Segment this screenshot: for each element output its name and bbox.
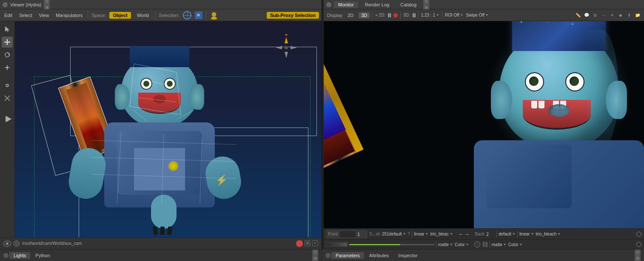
monitor-footer-max-icon[interactable]: ⊞	[635, 255, 641, 261]
svg-marker-17	[285, 37, 288, 43]
btn-3d[interactable]: 3D	[359, 12, 370, 18]
extra-tool-btn[interactable]	[2, 93, 13, 104]
claw2	[160, 227, 165, 235]
viewer-close-btn[interactable]	[3, 2, 8, 7]
swipe-control[interactable]: Swipe Off ▼	[466, 13, 489, 17]
roi-label: ROI Off	[445, 13, 459, 17]
monitor-close-btn[interactable]	[326, 2, 331, 7]
viewer-bottom-bar: /root/world/cam/World/aux_cam ⊞ +	[0, 237, 322, 249]
badge	[168, 161, 179, 171]
edit-menu-btn[interactable]: Edit	[3, 12, 14, 19]
shader-name-dropdown[interactable]: trio_bleac ▼	[430, 232, 453, 236]
svg-point-21	[285, 46, 288, 49]
star-icon[interactable]: ✦	[609, 12, 615, 18]
pencil-icon[interactable]: ✏️	[575, 12, 581, 18]
attributes-tab[interactable]: Attributes	[365, 252, 393, 259]
manipulators-menu-btn[interactable]: Manipulators	[54, 12, 84, 19]
wipe-arrows[interactable]: ←→	[458, 231, 470, 238]
tools-sidebar	[0, 21, 15, 237]
matte-dropdown[interactable]: matte ▼	[438, 242, 453, 247]
pivot-tool-btn[interactable]	[2, 80, 13, 91]
snap-icon[interactable]: +	[312, 240, 318, 246]
upload-icon[interactable]: ⬆	[626, 12, 632, 18]
python-tab[interactable]: Python	[31, 252, 54, 259]
footer-min-icon[interactable]: ⊡	[312, 250, 318, 255]
color2-dropdown[interactable]: Color ▼	[508, 242, 523, 247]
2d-pause-btn[interactable]	[388, 13, 391, 17]
settings-icon2[interactable]	[636, 242, 641, 247]
move-tool-btn[interactable]	[2, 37, 13, 48]
btn-2d[interactable]: 2D	[345, 12, 356, 18]
diamond-icon[interactable]: ◆	[618, 12, 624, 18]
monitor-tab-monitor[interactable]: Monitor	[334, 1, 358, 8]
roi-control[interactable]: ROI Off ▼	[445, 13, 464, 17]
sep-bot2	[496, 231, 497, 238]
matte-arrow: ▼	[450, 243, 453, 247]
scale-tool-btn[interactable]	[2, 62, 13, 73]
3d-pause-btn[interactable]	[413, 13, 416, 17]
view-menu-btn[interactable]: View	[37, 12, 51, 19]
folder-icon[interactable]: 📁	[635, 12, 641, 18]
default-dropdown[interactable]: default ▼	[499, 232, 516, 236]
chain-link-icon[interactable]: ⛓	[482, 241, 488, 248]
visibility-toggle-btn[interactable]	[3, 241, 11, 247]
left-arm	[66, 145, 108, 201]
zoom-control[interactable]: 1.23 : 1 ▼	[421, 13, 439, 17]
sparkle3	[572, 23, 573, 25]
color-dropdown[interactable]: Color ▼	[455, 242, 469, 247]
settings-icon[interactable]	[636, 232, 641, 237]
monitor-tab-catalog[interactable]: Catalog	[396, 1, 421, 8]
troll-head	[121, 54, 198, 127]
separator-2	[155, 11, 155, 19]
monitor-bottom-row2: matte ▼ Color ▼ ? ⛓ matte ▼	[324, 240, 644, 249]
viewer-minimize-icon[interactable]: ⊡	[44, 0, 50, 5]
svg-marker-18	[285, 52, 288, 58]
shader-dropdown-arrow: ▼	[403, 232, 406, 236]
svg-marker-6	[4, 41, 6, 43]
sub-proxy-btn[interactable]: Sub-Proxy Selection	[267, 12, 319, 19]
matte2-dropdown[interactable]: matte ▼	[492, 242, 507, 247]
viewport-3d[interactable]: ⚡ N	[15, 21, 322, 237]
sep-2d	[400, 12, 401, 19]
footer-dot-viewer	[3, 253, 9, 258]
copy-icon[interactable]: ⊞	[592, 12, 598, 18]
book-content	[66, 83, 109, 154]
sep-zoom	[442, 12, 442, 19]
monitor-footer-min-icon[interactable]: ⊡	[635, 250, 641, 255]
linear-dropdown[interactable]: linear ▼	[414, 232, 428, 236]
rotate-tool-btn[interactable]	[2, 49, 13, 60]
frame-icon[interactable]: ⊞	[305, 240, 311, 246]
color-val: Color	[455, 242, 465, 247]
arrows-icon[interactable]: ↔	[601, 12, 607, 18]
monitor-tab-renderlog[interactable]: Render Log	[361, 1, 394, 8]
footer-dot-monitor	[325, 253, 331, 258]
selection-globe-icon[interactable]	[183, 11, 191, 20]
select-tool-btn[interactable]	[2, 24, 13, 35]
playback-btn[interactable]	[6, 116, 11, 122]
select-menu-btn[interactable]: Select	[17, 12, 34, 19]
settings-dot-icon[interactable]	[14, 241, 20, 247]
inspector-tab[interactable]: Inspector	[394, 252, 422, 259]
sparkle1	[521, 21, 522, 23]
monitor-toolbar: Display 2D 3D » 2D: 3D: 1.23 : 1 ▼	[324, 9, 644, 21]
footer-max-icon[interactable]: ⊞	[312, 255, 318, 261]
monitor-minimize-icon[interactable]: ⊡	[423, 0, 429, 5]
shader-name2-dropdown[interactable]: trio_bleach ▼	[536, 232, 561, 236]
bottom-right-settings	[636, 242, 641, 247]
shader-val-dropdown[interactable]: 251default ▼	[382, 232, 406, 236]
linear2-dropdown[interactable]: linear ▼	[519, 232, 534, 236]
shader-name: trio_bleac	[430, 232, 449, 236]
left-ear	[115, 84, 130, 110]
viewer-toolbar: Edit Select View Manipulators Space: Obj…	[0, 9, 322, 21]
svg-marker-4	[6, 39, 8, 40]
monitor-viewport[interactable]	[324, 21, 644, 228]
selection-windows-icon[interactable]: ⊞	[195, 11, 202, 19]
world-mode-btn[interactable]: World	[134, 12, 152, 19]
object-mode-btn[interactable]: Object	[109, 12, 131, 19]
chat-icon[interactable]: 💬	[584, 12, 590, 18]
parameters-tab[interactable]: Parameters	[331, 252, 364, 259]
record-icon[interactable]	[296, 240, 303, 247]
help-icon[interactable]: ?	[474, 241, 480, 247]
head-icon[interactable]	[210, 11, 218, 20]
lights-tab[interactable]: Lights	[9, 252, 30, 259]
